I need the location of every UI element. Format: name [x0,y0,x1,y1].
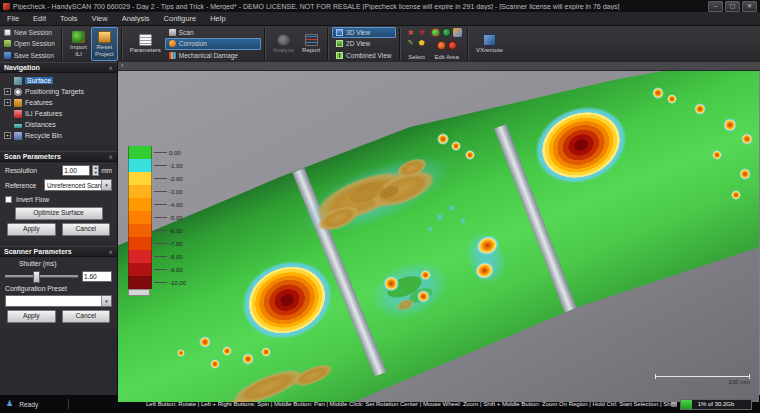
scanner-parameters-header[interactable]: Scanner Parameters ∧ [0,246,117,257]
viewport-scroll-strip[interactable]: ‹ [118,62,760,71]
configuration-preset-select[interactable]: ▾ [5,295,112,307]
legend-band: -7.00 [128,237,186,250]
vxremote-icon [483,34,496,46]
navigation-header[interactable]: Navigation ∧ [0,62,117,73]
main-toolbar: New Session Open Session Save Session Im… [0,26,760,62]
collapse-chevron-icon[interactable]: ∧ [109,248,113,255]
chevron-down-icon: ▾ [101,296,111,306]
new-session-button[interactable]: New Session [2,28,58,38]
menu-file[interactable]: File [0,12,26,25]
legend-band: -9.00 [128,263,186,276]
edit-area-group: Edit Area [429,27,464,61]
legend-footer-band [128,289,150,296]
import-ili-button[interactable]: Import ILI [66,27,91,61]
expander-icon[interactable]: + [4,88,11,95]
tree-item-ili-features[interactable]: ILI Features [0,108,117,119]
chevron-down-icon: ▾ [101,180,111,190]
reset-project-icon [98,31,111,43]
save-session-button[interactable]: Save Session [2,50,58,60]
optimize-surface-button[interactable]: Optimize Surface [15,207,103,220]
tree-item-surface[interactable]: Surface [0,75,117,86]
save-session-icon [4,52,11,59]
configuration-preset-label: Configuration Preset [5,285,112,292]
app-window: Pipecheck - HandySCAN 700 660029 - Day 2… [0,0,760,413]
status-ready: Ready [19,401,38,408]
scan-icon [169,29,176,36]
reset-project-button[interactable]: Reset Project [91,27,118,61]
tree-item-positioning-targets[interactable]: + Positioning Targets [0,86,117,97]
report-button[interactable]: Report [298,27,324,61]
viewport-3d[interactable]: ‹ [118,62,760,395]
scene-3d[interactable] [118,71,760,402]
minimize-button[interactable]: – [708,1,723,12]
scan-cancel-button[interactable]: Cancel [62,223,111,236]
edit-area-remove-icon[interactable] [437,41,446,50]
invert-flow-checkbox[interactable] [5,196,12,203]
maximize-button[interactable]: ▢ [725,1,740,12]
legend-band: -3.00 [128,185,186,198]
parameters-button[interactable]: Parameters [126,27,165,61]
invert-flow-row: Invert Flow [5,194,112,204]
shutter-slider[interactable] [5,270,78,282]
memory-gauge-text: 1% of 30.2Gb [681,400,751,409]
menu-help[interactable]: Help [203,12,232,25]
open-session-button[interactable]: Open Session [2,39,58,49]
select-brush-icon[interactable]: ⬟ [419,39,425,47]
recycle-bin-icon [14,132,22,140]
report-icon [305,34,318,46]
select-remove-icon[interactable]: ✖ [408,29,414,37]
scanner-cancel-button[interactable]: Cancel [62,310,111,323]
scan-apply-button[interactable]: Apply [7,223,56,236]
view-combined-button[interactable]: Combined View [332,50,396,61]
new-session-icon [4,29,11,36]
collapse-chevron-icon[interactable]: ∧ [109,64,113,71]
expander-icon[interactable]: + [4,99,11,106]
left-panel: Navigation ∧ Surface + Positioning Targe… [0,62,118,395]
tree-item-recycle-bin[interactable]: + Recycle Bin [0,130,117,141]
toolbar-separator [327,28,329,60]
menu-bar: File Edit Tools View Analysis Configure … [0,12,760,26]
scanner-apply-button[interactable]: Apply [7,310,56,323]
view-2d-button[interactable]: 2D View [332,38,396,49]
menu-configure[interactable]: Configure [157,12,204,25]
toolbar-separator [61,28,63,60]
collapse-chevron-icon[interactable]: ∧ [109,153,113,160]
edit-area-add-icon[interactable] [442,28,451,37]
depth-color-legend: 0.00 -1.00 -2.00 -3.00 -4.00 -5.00 -6.00… [128,146,186,296]
resolution-input[interactable]: 1.00 [62,165,90,176]
menu-edit[interactable]: Edit [26,12,53,25]
features-icon [14,99,22,107]
scan-parameters-header[interactable]: Scan Parameters ∧ [0,151,117,162]
scan-mode-button[interactable]: Scan [165,27,261,38]
edit-area-rotate-icon[interactable] [431,28,440,37]
corrosion-mode-button[interactable]: Corrosion [165,38,261,49]
reference-select[interactable]: Unreferenced Scan ▾ [44,179,112,191]
analyze-button[interactable]: Analyze [269,27,298,61]
mechanical-damage-icon [169,52,176,59]
positioning-targets-icon [14,88,22,96]
expander-icon[interactable]: + [4,132,11,139]
menu-view[interactable]: View [85,12,115,25]
shutter-value-input[interactable]: 1.60 [82,271,112,282]
parameters-icon [139,34,152,46]
mechanical-damage-mode-button[interactable]: Mechanical Damage [165,50,261,61]
scroll-left-icon[interactable]: ‹ [121,62,123,69]
toolbar-separator [264,28,266,60]
view-3d-button[interactable]: 3D View [332,27,396,38]
tree-item-features[interactable]: + Features [0,97,117,108]
select-clear-icon[interactable]: ✖ [419,29,425,37]
import-ili-icon [72,31,85,43]
vxremote-button[interactable]: VXremote [472,27,507,61]
edit-area-delete-icon[interactable] [448,41,457,50]
tree-item-distances[interactable]: Distances [0,119,117,130]
resolution-stepper[interactable]: ▲▼ [92,165,99,176]
select-pen-icon[interactable]: ✎ [408,39,414,47]
edit-area-pick-icon[interactable] [453,28,462,37]
toolbar-separator [399,28,401,60]
shutter-slider-handle[interactable] [33,271,40,283]
close-button[interactable]: ✕ [742,1,757,12]
menu-tools[interactable]: Tools [53,12,85,25]
legend-band: -1.00 [128,159,186,172]
legend-band: -4.00 [128,198,186,211]
menu-analysis[interactable]: Analysis [115,12,157,25]
